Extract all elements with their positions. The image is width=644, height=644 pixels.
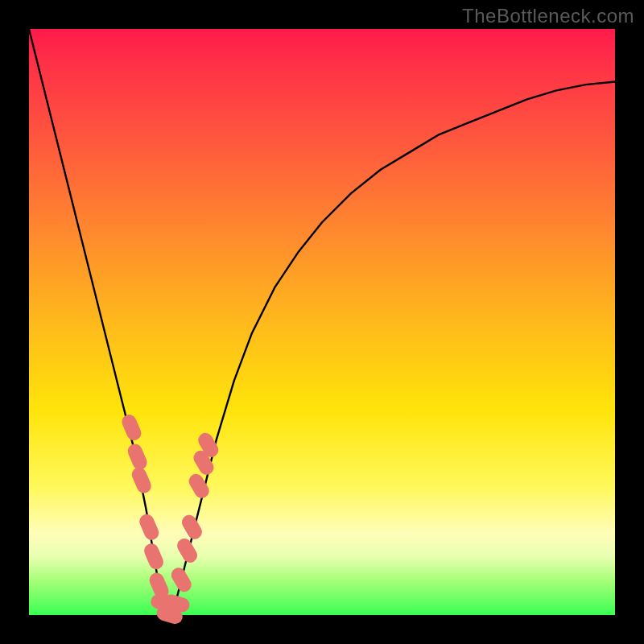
marker-point: [171, 601, 182, 605]
marker-point: [135, 451, 140, 462]
marker-point: [157, 580, 162, 592]
marker-point: [205, 440, 211, 450]
marker-point: [196, 481, 202, 491]
marker-point: [151, 551, 156, 562]
marker-point: [164, 613, 175, 617]
marker-point: [184, 546, 190, 555]
bottleneck-curve: [29, 29, 615, 615]
marker-point: [189, 522, 195, 532]
marker-point: [139, 475, 144, 486]
marker-point: [200, 458, 206, 468]
marker-group: [129, 422, 211, 617]
chart-overlay: [29, 29, 615, 615]
marker-point: [129, 422, 134, 433]
watermark-text: TheBottleneck.com: [462, 5, 634, 27]
marker-point: [147, 522, 151, 533]
marker-point: [179, 575, 184, 584]
chart-frame: TheBottleneck.com: [0, 0, 644, 644]
plot-area: [29, 29, 615, 615]
